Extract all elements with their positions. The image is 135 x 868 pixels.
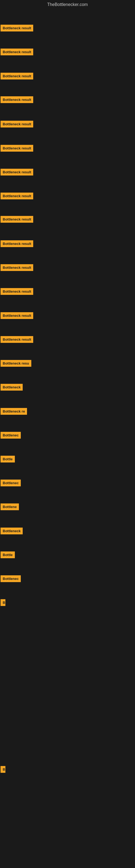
bottleneck-item: Bottleneck result — [1, 49, 33, 56]
bottleneck-badge: Bottleneck re — [1, 408, 27, 415]
bottleneck-badge: Bottleneck result — [1, 25, 33, 31]
bottleneck-badge: Bottleneck result — [1, 216, 33, 223]
bottleneck-badge: Bottlenec — [1, 432, 21, 439]
bottleneck-badge: Bottleneck result — [1, 336, 33, 343]
bottleneck-item: Bottle — [1, 456, 15, 464]
bottleneck-badge: Bottleneck result — [1, 240, 33, 247]
bottleneck-item: Bottleneck result — [1, 25, 33, 33]
bottleneck-item: Bottleneck — [1, 528, 23, 535]
bottleneck-badge: Bottleneck result — [1, 49, 33, 55]
bottleneck-badge: Bottle — [1, 552, 15, 558]
bottleneck-badge: Bottleneck — [1, 384, 23, 391]
bottleneck-item: Bottleneck result — [1, 96, 33, 104]
bottleneck-badge: Bottleneck result — [1, 312, 33, 319]
bottleneck-item: Bottleneck — [1, 384, 23, 392]
bottleneck-badge: Bottlenec — [1, 575, 21, 582]
bottleneck-badge: Bottle — [1, 456, 15, 463]
bottleneck-badge: Bottlene — [1, 503, 19, 510]
bottleneck-badge: Bottleneck result — [1, 193, 33, 199]
bottleneck-badge: Bottleneck result — [1, 288, 33, 295]
bottleneck-item: Bottleneck result — [1, 169, 33, 177]
bottleneck-badge: Bottleneck result — [1, 96, 33, 103]
bottleneck-item: Bottleneck result — [1, 288, 33, 296]
bottleneck-item: Bottleneck result — [1, 73, 33, 81]
bottleneck-item: Bottleneck re — [1, 408, 27, 416]
bottleneck-item: Bottlenec — [1, 479, 21, 488]
items-container: Bottleneck resultBottleneck resultBottle… — [0, 9, 135, 864]
bottleneck-item: Bottleneck result — [1, 121, 33, 129]
bottleneck-item: Bottlenec — [1, 432, 21, 440]
site-title: TheBottlenecker.com — [0, 0, 135, 9]
bottleneck-badge: Bottleneck resu — [1, 360, 31, 367]
bottleneck-item: Bottleneck result — [1, 264, 33, 272]
bottleneck-badge: B — [1, 599, 5, 606]
bottleneck-badge: B — [1, 766, 5, 773]
bottleneck-badge: Bottleneck — [1, 528, 23, 534]
bottleneck-item: Bottleneck result — [1, 336, 33, 344]
bottleneck-item: Bottlenec — [1, 575, 21, 583]
bottleneck-badge: Bottleneck result — [1, 169, 33, 176]
bottleneck-item: Bottleneck result — [1, 145, 33, 153]
site-header: TheBottlenecker.com — [0, 0, 135, 9]
bottleneck-item: Bottleneck result — [1, 216, 33, 224]
bottleneck-item: Bottleneck resu — [1, 360, 31, 368]
bottleneck-item: Bottleneck result — [1, 193, 33, 200]
bottleneck-item: B — [1, 599, 5, 607]
bottleneck-badge: Bottleneck result — [1, 73, 33, 80]
bottleneck-item: Bottleneck result — [1, 312, 33, 320]
bottleneck-badge: Bottleneck result — [1, 264, 33, 271]
bottleneck-item: Bottle — [1, 552, 15, 559]
bottleneck-badge: Bottleneck result — [1, 121, 33, 127]
bottleneck-item: Bottleneck result — [1, 240, 33, 248]
bottleneck-badge: Bottleneck result — [1, 145, 33, 152]
bottleneck-item: B — [1, 766, 5, 774]
bottleneck-item: Bottlene — [1, 503, 19, 511]
bottleneck-badge: Bottlenec — [1, 479, 21, 486]
